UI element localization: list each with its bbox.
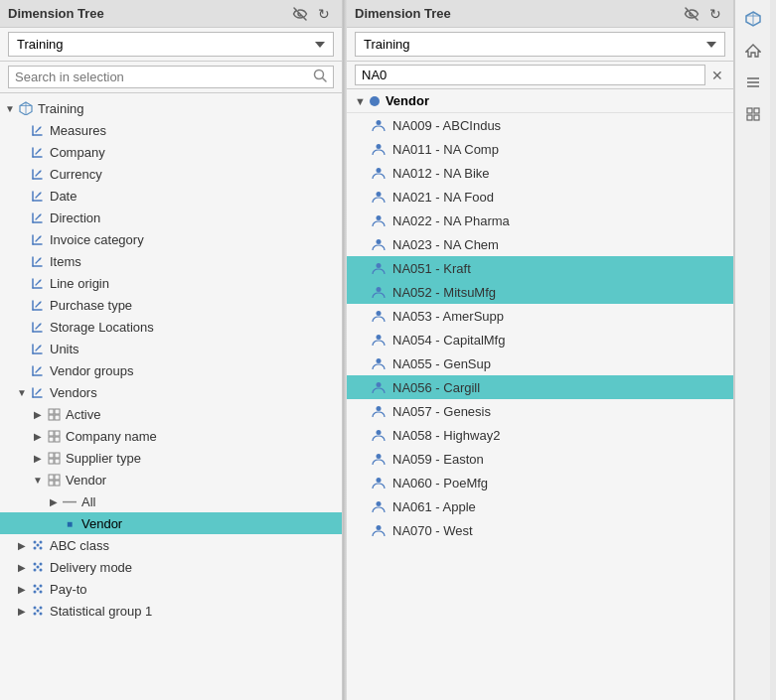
svg-point-80 [34, 569, 37, 572]
tree-node-line-origin[interactable]: Line origin [0, 272, 342, 294]
expand-arrow-vendor-child [32, 474, 44, 486]
tree-node-company[interactable]: Company [0, 141, 342, 163]
tree-node-company-label: Company [50, 145, 105, 160]
tree-node-units[interactable]: Units [0, 338, 342, 359]
tree-node-storage-locations[interactable]: Storage Locations [0, 316, 342, 338]
svg-rect-61 [49, 431, 54, 436]
member-item-na058[interactable]: NA058 - Highway2 [347, 423, 733, 447]
vendor-bullet-icon [370, 96, 380, 106]
svg-rect-66 [55, 453, 60, 458]
filter-bar: ✕ [347, 62, 733, 89]
person-icon-na070 [371, 522, 387, 538]
svg-point-97 [377, 215, 382, 220]
tree-node-vendor-groups[interactable]: Vendor groups [0, 359, 342, 381]
svg-line-1 [323, 78, 327, 82]
tree-node-delivery-mode[interactable]: Delivery mode [0, 556, 342, 578]
svg-point-100 [377, 287, 382, 292]
toolbar-cube-button[interactable] [738, 4, 768, 34]
tree-node-company-name-label: Company name [66, 429, 157, 444]
right-panel-header: Dimension Tree ↻ [347, 0, 733, 28]
tree-node-statistical-group[interactable]: Statistical group 1 [0, 600, 342, 622]
member-item-na023[interactable]: NA023 - NA Chem [347, 232, 733, 256]
tree-node-delivery-label: Delivery mode [50, 560, 132, 575]
right-refresh-icon[interactable]: ↻ [705, 4, 725, 24]
tree-node-items[interactable]: Items [0, 250, 342, 272]
filter-input[interactable] [355, 65, 705, 85]
person-icon-na055 [371, 355, 387, 371]
member-item-na056[interactable]: NA056 - Cargill [347, 375, 733, 399]
tree-node-company-name[interactable]: Company name [0, 425, 342, 447]
svg-point-95 [377, 168, 382, 173]
filter-clear-button[interactable]: ✕ [709, 68, 725, 83]
member-item-na060[interactable]: NA060 - PoeMfg [347, 471, 733, 494]
square-icon-vendor-leaf: ■ [62, 515, 78, 531]
tree-node-currency[interactable]: Currency [0, 163, 342, 185]
tree-node-date[interactable]: Date [0, 185, 342, 207]
member-item-na061[interactable]: NA061 - Apple [347, 494, 733, 518]
svg-point-93 [377, 120, 382, 125]
refresh-icon[interactable]: ↻ [314, 4, 334, 24]
dash-icon-all: — [62, 493, 78, 509]
tree-node-purchase-type[interactable]: Purchase type [0, 294, 342, 316]
left-training-dropdown[interactable]: Training [8, 32, 334, 57]
member-item-na059[interactable]: NA059 - Easton [347, 447, 733, 471]
right-eye-off-icon[interactable] [682, 4, 701, 24]
member-item-na070[interactable]: NA070 - West [347, 518, 733, 542]
svg-point-82 [37, 566, 40, 569]
member-item-na021[interactable]: NA021 - NA Food [347, 185, 733, 209]
member-label-na059: NA059 - Easton [392, 452, 484, 467]
search-input[interactable] [15, 70, 313, 84]
grid-icon-company-name [46, 428, 62, 444]
svg-point-107 [377, 454, 382, 459]
dim-icon-vendor-groups [30, 362, 46, 378]
tree-node-all[interactable]: — All [0, 490, 342, 512]
eye-off-icon[interactable] [290, 4, 310, 24]
tree-node-invoice-category[interactable]: Invoice category [0, 228, 342, 250]
tree-node-abc-class[interactable]: ABC class [0, 534, 342, 556]
right-training-dropdown[interactable]: Training [355, 32, 725, 57]
tree-node-training[interactable]: Training [0, 97, 342, 119]
member-item-na055[interactable]: NA055 - GenSup [347, 351, 733, 375]
member-item-na011[interactable]: NA011 - NA Comp [347, 137, 733, 161]
dim-icon-direction [30, 210, 46, 225]
tree-node-direction-label: Direction [50, 210, 100, 225]
dim-icon-units [30, 341, 46, 356]
person-icon-na051 [371, 260, 387, 276]
tree-node-direction[interactable]: Direction [0, 207, 342, 228]
svg-rect-57 [49, 409, 54, 414]
toolbar-home-button[interactable] [738, 36, 768, 66]
svg-rect-68 [55, 459, 60, 464]
toolbar-grid-button[interactable] [738, 99, 768, 129]
person-icon-na061 [371, 498, 387, 514]
tree-node-vendors[interactable]: Vendors [0, 381, 342, 403]
member-item-na022[interactable]: NA022 - NA Pharma [347, 209, 733, 232]
svg-point-101 [377, 311, 382, 316]
member-item-na052[interactable]: NA052 - MitsuMfg [347, 280, 733, 304]
member-item-na009[interactable]: NA009 - ABCIndus [347, 113, 733, 137]
member-item-na051[interactable]: NA051 - Kraft [347, 256, 733, 280]
tree-node-measures[interactable]: Measures [0, 119, 342, 141]
svg-point-76 [40, 547, 43, 550]
member-item-na057[interactable]: NA057 - Genesis [347, 399, 733, 423]
member-label-na060: NA060 - PoeMfg [392, 476, 488, 490]
toolbar-list-button[interactable] [738, 68, 768, 97]
grid-icon-active [46, 406, 62, 422]
member-label-na061: NA061 - Apple [392, 499, 476, 514]
tree-node-active[interactable]: Active [0, 403, 342, 425]
tree-node-vendor-leaf[interactable]: ■ Vendor [0, 512, 342, 534]
dim-icon-statistical [30, 603, 46, 619]
tree-node-supplier-type[interactable]: Supplier type [0, 447, 342, 469]
expand-arrow-delivery [16, 561, 28, 573]
svg-rect-72 [55, 481, 60, 486]
tree-node-items-label: Items [50, 254, 81, 269]
svg-point-108 [377, 478, 382, 483]
member-item-na053[interactable]: NA053 - AmerSupp [347, 304, 733, 328]
svg-point-98 [377, 239, 382, 244]
vendor-expand-icon: ▼ [355, 95, 366, 107]
svg-point-92 [37, 610, 40, 613]
member-item-na012[interactable]: NA012 - NA Bike [347, 161, 733, 185]
tree-node-vendor-child[interactable]: Vendor [0, 469, 342, 490]
tree-node-pay-to[interactable]: Pay-to [0, 578, 342, 600]
member-item-na054[interactable]: NA054 - CapitalMfg [347, 328, 733, 351]
grid-icon-vendor-child [46, 472, 62, 488]
